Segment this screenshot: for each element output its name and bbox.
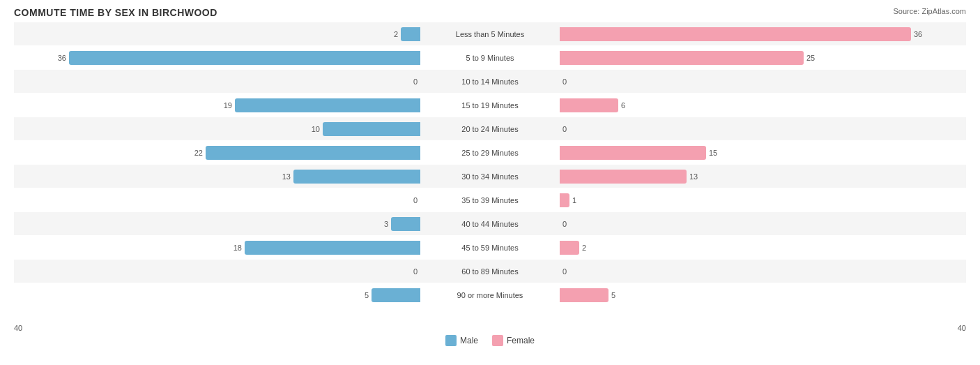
bar-label: 60 to 89 Minutes xyxy=(420,267,560,276)
left-section: 36 xyxy=(14,46,420,69)
bar-label: 25 to 29 Minutes xyxy=(420,149,560,157)
bar-row: 36 5 to 9 Minutes 25 xyxy=(14,46,966,69)
bar-row: 3 40 to 44 Minutes 0 xyxy=(14,212,966,235)
female-bar xyxy=(560,193,569,207)
legend-female-label: Female xyxy=(507,336,535,345)
bar-row: 13 30 to 34 Minutes 13 xyxy=(14,165,966,188)
female-value: 0 xyxy=(562,125,582,133)
left-section: 22 xyxy=(14,141,420,164)
female-value: 0 xyxy=(562,267,582,276)
female-value: 5 xyxy=(611,291,631,299)
bar-row: 0 60 to 89 Minutes 0 xyxy=(14,260,966,283)
bar-label: 90 or more Minutes xyxy=(420,291,560,299)
female-value: 25 xyxy=(806,54,826,62)
male-value: 5 xyxy=(349,291,369,299)
chart-container: COMMUTE TIME BY SEX IN BIRCHWOOD Source:… xyxy=(0,0,980,365)
axis-left: 40 xyxy=(14,324,22,332)
bar-label: 40 to 44 Minutes xyxy=(420,220,560,228)
left-section: 0 xyxy=(14,188,420,211)
left-section: 2 xyxy=(14,22,420,45)
bar-label: 10 to 14 Minutes xyxy=(420,77,560,86)
left-section: 3 xyxy=(14,212,420,235)
female-bar xyxy=(560,27,911,41)
female-value: 36 xyxy=(914,30,933,38)
legend: Male Female xyxy=(14,335,966,346)
bar-row: 0 35 to 39 Minutes 1 xyxy=(14,188,966,211)
female-value: 1 xyxy=(572,196,592,204)
male-value: 3 xyxy=(369,220,388,228)
male-value: 19 xyxy=(213,101,232,110)
bar-row: 19 15 to 19 Minutes 6 xyxy=(14,94,966,117)
bar-row: 22 25 to 29 Minutes 15 xyxy=(14,141,966,164)
male-value: 0 xyxy=(398,77,418,86)
male-bar xyxy=(245,241,420,255)
right-section: 25 xyxy=(560,46,966,69)
male-bar xyxy=(69,51,420,65)
male-bar xyxy=(206,146,420,160)
female-value: 6 xyxy=(621,101,641,110)
male-value: 0 xyxy=(398,196,418,204)
svg-rect-1 xyxy=(492,335,503,346)
right-section: 0 xyxy=(560,117,966,140)
left-section: 19 xyxy=(14,94,420,117)
right-section: 2 xyxy=(560,236,966,259)
right-section: 6 xyxy=(560,94,966,117)
male-bar xyxy=(293,170,420,184)
male-bar xyxy=(323,122,420,136)
bars-area: 2 Less than 5 Minutes 36 36 5 to 9 Minut… xyxy=(14,22,966,322)
right-section: 15 xyxy=(560,141,966,164)
female-bar xyxy=(560,51,804,65)
chart-title: COMMUTE TIME BY SEX IN BIRCHWOOD xyxy=(14,7,966,18)
male-value: 0 xyxy=(398,267,418,276)
female-bar xyxy=(560,98,618,112)
male-value: 13 xyxy=(271,172,291,181)
left-section: 5 xyxy=(14,283,420,306)
legend-male-label: Male xyxy=(460,336,478,345)
male-bar xyxy=(401,27,420,41)
axis-right: 40 xyxy=(958,324,966,332)
legend-female: Female xyxy=(492,335,535,346)
right-section: 1 xyxy=(560,188,966,211)
female-value: 15 xyxy=(709,149,728,157)
bar-label: 35 to 39 Minutes xyxy=(420,196,560,204)
bar-row: 2 Less than 5 Minutes 36 xyxy=(14,22,966,45)
left-section: 0 xyxy=(14,70,420,93)
female-bar xyxy=(560,146,706,160)
right-section: 0 xyxy=(560,212,966,235)
left-section: 0 xyxy=(14,260,420,283)
male-value: 18 xyxy=(222,244,242,252)
bar-label: Less than 5 Minutes xyxy=(420,30,560,38)
female-value: 2 xyxy=(582,244,602,252)
bar-row: 5 90 or more Minutes 5 xyxy=(14,283,966,306)
female-value: 13 xyxy=(689,172,709,181)
female-bar xyxy=(560,241,579,255)
female-bar xyxy=(560,288,608,302)
source-label: Source: ZipAtlas.com xyxy=(893,7,966,15)
bar-label: 5 to 9 Minutes xyxy=(420,54,560,62)
male-bar xyxy=(235,98,420,112)
male-bar xyxy=(391,217,420,231)
right-section: 0 xyxy=(560,260,966,283)
bar-row: 18 45 to 59 Minutes 2 xyxy=(14,236,966,259)
bar-label: 20 to 24 Minutes xyxy=(420,125,560,133)
female-value: 0 xyxy=(562,220,582,228)
right-section: 13 xyxy=(560,165,966,188)
svg-rect-0 xyxy=(445,335,457,346)
left-section: 10 xyxy=(14,117,420,140)
male-value: 36 xyxy=(47,54,66,62)
female-bar xyxy=(560,170,687,184)
female-swatch xyxy=(492,335,503,346)
bar-label: 30 to 34 Minutes xyxy=(420,172,560,181)
right-section: 36 xyxy=(560,22,966,45)
male-bar xyxy=(372,288,420,302)
bar-row: 0 10 to 14 Minutes 0 xyxy=(14,70,966,93)
left-section: 18 xyxy=(14,236,420,259)
male-value: 22 xyxy=(183,149,203,157)
female-value: 0 xyxy=(562,77,582,86)
male-value: 2 xyxy=(378,30,398,38)
bar-row: 10 20 to 24 Minutes 0 xyxy=(14,117,966,140)
left-section: 13 xyxy=(14,165,420,188)
bar-label: 15 to 19 Minutes xyxy=(420,101,560,110)
right-section: 5 xyxy=(560,283,966,306)
axis-labels: 40 40 xyxy=(14,324,966,332)
